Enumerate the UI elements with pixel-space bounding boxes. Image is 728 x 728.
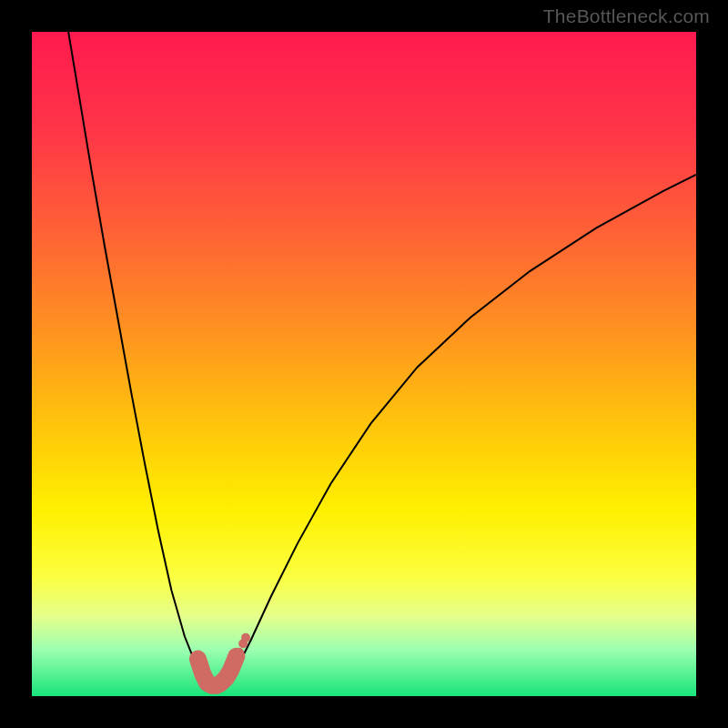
u-dots [229,659,238,668]
u-dots [241,633,250,642]
chart-svg [32,32,696,696]
plot-area [32,32,696,696]
u-dots [235,648,244,657]
gradient-background [32,32,696,696]
watermark-text: TheBottleneck.com [543,5,710,27]
chart-frame: TheBottleneck.com [0,0,728,728]
